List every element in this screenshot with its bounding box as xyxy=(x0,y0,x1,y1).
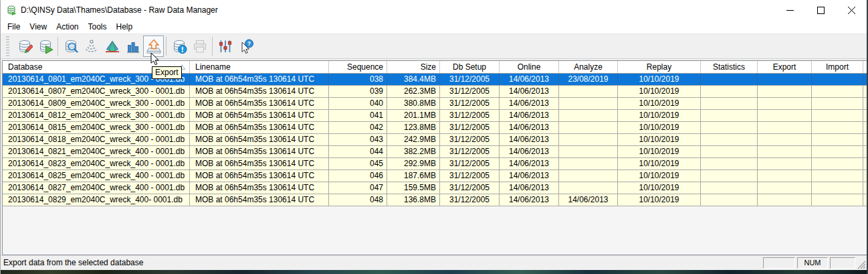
num-lock-indicator: NUM xyxy=(797,257,828,269)
column-header-label: Replay xyxy=(647,62,671,72)
column-header-label: Online xyxy=(518,62,541,72)
table-row[interactable]: 20130614_0827_em2040C_wreck_400 - 0001.d… xyxy=(3,182,867,194)
db-search-icon xyxy=(63,38,79,54)
table-row[interactable]: 20130614_0823_em2040C_wreck_400 - 0001.d… xyxy=(3,158,867,170)
mouse-cursor-icon xyxy=(150,52,161,67)
edit-database-button[interactable] xyxy=(14,36,35,57)
cell-online: 14/06/2013 xyxy=(500,122,559,133)
menu-item-tools[interactable]: Tools xyxy=(84,21,112,33)
window-title: D:\QINSy Data\Thames\Database - Raw Data… xyxy=(21,5,218,15)
analyze-database-button[interactable] xyxy=(60,36,81,57)
resize-grip-icon[interactable] xyxy=(857,261,866,269)
cell-size: 123.8MB xyxy=(387,122,440,133)
sliders-icon xyxy=(217,38,233,54)
cell-statistics xyxy=(701,122,758,133)
swath-icon xyxy=(104,38,120,54)
toolbar: ? xyxy=(1,33,867,59)
svg-text:?: ? xyxy=(247,40,251,47)
table-row[interactable]: 20130614_0807_em2040C_wreck_300 - 0001.d… xyxy=(3,86,867,98)
cell-analyze: 23/08/2019 xyxy=(559,74,618,85)
maximize-icon xyxy=(817,7,825,14)
replay-database-button[interactable] xyxy=(35,36,56,57)
cell-database: 20130614_0825_em2040C_wreck_400 - 0001.d… xyxy=(3,170,190,182)
echo-sounder-button[interactable] xyxy=(81,36,102,57)
cell-export xyxy=(758,74,812,85)
menu-item-help[interactable]: Help xyxy=(112,21,138,33)
multibeam-swath-button[interactable] xyxy=(102,36,122,57)
database-properties-button[interactable] xyxy=(169,36,189,57)
cell-statistics xyxy=(701,182,758,194)
maximize-button[interactable] xyxy=(805,0,836,20)
column-header-replay[interactable]: Replay xyxy=(618,61,701,73)
db-info-icon xyxy=(171,38,187,54)
column-header-db-setup[interactable]: Db Setup xyxy=(440,61,500,73)
table-row[interactable]: 20130614_0818_em2040C_wreck_400 - 0001.d… xyxy=(3,134,867,146)
cell-analyze xyxy=(559,110,618,121)
column-header-sequence[interactable]: Sequence xyxy=(329,61,387,73)
cell-db-setup: 31/12/2005 xyxy=(440,98,500,109)
cell-statistics xyxy=(701,158,758,169)
cell-size: 292.9MB xyxy=(387,158,440,169)
cell-online: 14/06/2013 xyxy=(500,146,559,157)
table-row[interactable]: 20130614_0829_em2040C_wreck_400- 0001.db… xyxy=(3,194,867,206)
menu-item-file[interactable]: File xyxy=(3,21,25,33)
table-row[interactable]: 20130614_0809_em2040C_wreck_300 - 0001.d… xyxy=(3,98,867,110)
status-bar: Export data from the selected database N… xyxy=(1,255,867,270)
cell-db-setup: 31/12/2005 xyxy=(440,134,500,145)
settings-button[interactable] xyxy=(215,36,235,57)
context-help-button[interactable]: ? xyxy=(235,36,256,57)
cell-statistics xyxy=(701,146,758,157)
cell-online: 14/06/2013 xyxy=(500,74,559,85)
cell-online: 14/06/2013 xyxy=(500,158,559,169)
menu-item-action[interactable]: Action xyxy=(51,21,83,33)
cell-database: 20130614_0818_em2040C_wreck_400 - 0001.d… xyxy=(3,134,190,145)
print-button[interactable] xyxy=(189,36,210,57)
statistics-button[interactable] xyxy=(122,36,143,57)
column-header-import[interactable]: Import xyxy=(812,61,863,73)
table-row[interactable]: 20130614_0815_em2040C_wreck_300 - 0001.d… xyxy=(3,122,867,134)
cell-statistics xyxy=(701,194,758,206)
cell-linename: MOB at 06h54m35s 130614 UTC xyxy=(190,158,329,169)
toolbar-gripper[interactable] xyxy=(6,36,9,56)
cell-size: 384.4MB xyxy=(387,74,440,85)
status-panes: NUM xyxy=(763,257,855,269)
title-bar: D:\QINSy Data\Thames\Database - Raw Data… xyxy=(1,0,867,20)
menu-item-view[interactable]: View xyxy=(25,21,51,33)
db-play-icon xyxy=(37,38,53,54)
close-button[interactable] xyxy=(836,0,867,20)
cell-sequence: 040 xyxy=(329,98,387,109)
table-row[interactable]: 20130614_0812_em2040C_wreck_300 - 0001.d… xyxy=(3,110,867,122)
cell-online: 14/06/2013 xyxy=(500,170,559,182)
cell-export xyxy=(758,158,812,169)
cell-online: 14/06/2013 xyxy=(500,182,559,194)
minimize-button[interactable] xyxy=(774,0,805,20)
cell-sequence: 047 xyxy=(329,182,387,194)
cell-db-setup: 31/12/2005 xyxy=(440,170,500,182)
printer-icon xyxy=(192,38,208,54)
cell-analyze xyxy=(559,122,618,133)
cell-linename: MOB at 06h54m35s 130614 UTC xyxy=(190,170,329,182)
cell-sequence: 042 xyxy=(329,122,387,133)
chart-icon xyxy=(125,38,141,54)
cell-replay: 10/10/2019 xyxy=(618,122,701,133)
cell-analyze xyxy=(559,182,618,194)
column-header-export[interactable]: Export xyxy=(758,61,812,73)
cell-import xyxy=(812,86,863,97)
cell-linename: MOB at 06h54m35s 130614 UTC xyxy=(190,110,329,121)
cell-db-setup: 31/12/2005 xyxy=(440,194,500,206)
cell-database: 20130614_0809_em2040C_wreck_300 - 0001.d… xyxy=(3,98,190,109)
column-header-size[interactable]: Size xyxy=(387,61,440,73)
table-row[interactable]: 20130614_0801_em2040C_wreck_300 - 0001.d… xyxy=(3,74,867,86)
cell-database: 20130614_0823_em2040C_wreck_400 - 0001.d… xyxy=(3,158,190,169)
cell-import xyxy=(812,110,863,121)
cell-database: 20130614_0821_em2040C_wreck_400 - 0001.d… xyxy=(3,146,190,157)
column-header-statistics[interactable]: Statistics xyxy=(701,61,758,73)
cell-linename: MOB at 06h54m35s 130614 UTC xyxy=(190,74,329,85)
desktop-background xyxy=(1,270,867,274)
table-row[interactable]: 20130614_0821_em2040C_wreck_400 - 0001.d… xyxy=(3,146,867,158)
column-header-analyze[interactable]: Analyze xyxy=(559,61,618,73)
cell-sequence: 043 xyxy=(329,134,387,145)
column-header-linename[interactable]: Linename xyxy=(190,61,329,73)
table-row[interactable]: 20130614_0825_em2040C_wreck_400 - 0001.d… xyxy=(3,170,867,182)
column-header-online[interactable]: Online xyxy=(500,61,559,73)
